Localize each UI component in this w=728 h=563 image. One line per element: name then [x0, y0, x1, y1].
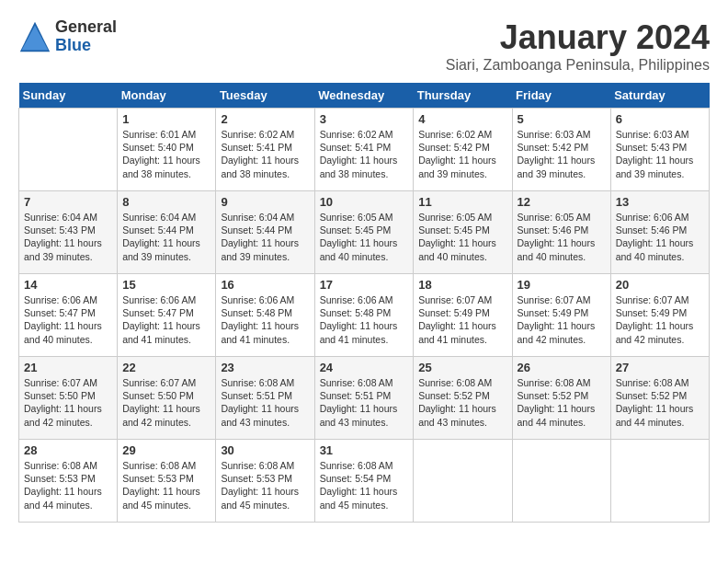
- day-info: Sunrise: 6:06 AM Sunset: 5:47 PM Dayligh…: [24, 293, 112, 346]
- day-info: Sunrise: 6:02 AM Sunset: 5:41 PM Dayligh…: [221, 128, 309, 180]
- calendar-cell: 22Sunrise: 6:07 AM Sunset: 5:50 PM Dayli…: [118, 357, 216, 440]
- day-number: 11: [418, 195, 506, 209]
- day-info: Sunrise: 6:05 AM Sunset: 5:45 PM Dayligh…: [418, 211, 506, 263]
- day-info: Sunrise: 6:08 AM Sunset: 5:53 PM Dayligh…: [24, 459, 112, 511]
- calendar-cell: 18Sunrise: 6:07 AM Sunset: 5:49 PM Dayli…: [414, 274, 512, 357]
- calendar-cell: 29Sunrise: 6:08 AM Sunset: 5:53 PM Dayli…: [118, 440, 216, 523]
- day-info: Sunrise: 6:08 AM Sunset: 5:53 PM Dayligh…: [221, 459, 309, 511]
- day-info: Sunrise: 6:01 AM Sunset: 5:40 PM Dayligh…: [122, 128, 210, 180]
- calendar-cell: 23Sunrise: 6:08 AM Sunset: 5:51 PM Dayli…: [216, 357, 314, 440]
- day-number: 22: [122, 361, 210, 374]
- calendar-cell: [19, 109, 118, 191]
- calendar-cell: 16Sunrise: 6:06 AM Sunset: 5:48 PM Dayli…: [216, 274, 314, 357]
- day-number: 21: [24, 361, 112, 374]
- day-number: 25: [418, 361, 506, 374]
- logo: General Blue: [18, 18, 117, 55]
- calendar-cell: 20Sunrise: 6:07 AM Sunset: 5:49 PM Dayli…: [610, 274, 709, 357]
- day-number: 23: [221, 361, 309, 374]
- calendar-cell: 25Sunrise: 6:08 AM Sunset: 5:52 PM Dayli…: [414, 357, 512, 440]
- day-number: 4: [418, 112, 506, 126]
- day-info: Sunrise: 6:07 AM Sunset: 5:49 PM Dayligh…: [616, 293, 704, 346]
- day-info: Sunrise: 6:07 AM Sunset: 5:50 PM Dayligh…: [24, 376, 112, 429]
- day-number: 24: [320, 361, 409, 374]
- calendar-cell: 26Sunrise: 6:08 AM Sunset: 5:52 PM Dayli…: [512, 357, 610, 440]
- calendar-cell: 14Sunrise: 6:06 AM Sunset: 5:47 PM Dayli…: [19, 274, 118, 357]
- calendar-cell: 15Sunrise: 6:06 AM Sunset: 5:47 PM Dayli…: [118, 274, 216, 357]
- day-number: 20: [616, 278, 704, 292]
- calendar-cell: 19Sunrise: 6:07 AM Sunset: 5:49 PM Dayli…: [512, 274, 610, 357]
- calendar-cell: 12Sunrise: 6:05 AM Sunset: 5:46 PM Dayli…: [512, 191, 610, 274]
- day-number: 26: [518, 361, 606, 374]
- calendar-subtitle: Siari, Zamboanga Peninsula, Philippines: [446, 57, 710, 74]
- day-info: Sunrise: 6:02 AM Sunset: 5:42 PM Dayligh…: [418, 128, 506, 180]
- day-number: 19: [518, 278, 606, 292]
- title-block: January 2024 Siari, Zamboanga Peninsula,…: [446, 18, 710, 74]
- day-number: 17: [320, 278, 409, 292]
- calendar-cell: [414, 440, 512, 523]
- day-number: 7: [24, 195, 112, 209]
- calendar-week-row: 7Sunrise: 6:04 AM Sunset: 5:43 PM Daylig…: [19, 191, 710, 274]
- calendar-table: SundayMondayTuesdayWednesdayThursdayFrid…: [18, 83, 710, 523]
- day-info: Sunrise: 6:06 AM Sunset: 5:48 PM Dayligh…: [221, 293, 309, 346]
- day-info: Sunrise: 6:08 AM Sunset: 5:52 PM Dayligh…: [418, 376, 506, 429]
- day-number: 10: [320, 195, 409, 209]
- calendar-week-row: 21Sunrise: 6:07 AM Sunset: 5:50 PM Dayli…: [19, 357, 710, 440]
- day-info: Sunrise: 6:08 AM Sunset: 5:51 PM Dayligh…: [320, 376, 409, 429]
- day-number: 29: [122, 443, 210, 457]
- day-info: Sunrise: 6:05 AM Sunset: 5:46 PM Dayligh…: [518, 211, 606, 263]
- day-info: Sunrise: 6:04 AM Sunset: 5:44 PM Dayligh…: [221, 211, 309, 263]
- day-info: Sunrise: 6:04 AM Sunset: 5:44 PM Dayligh…: [122, 211, 210, 263]
- calendar-cell: [610, 440, 709, 523]
- day-info: Sunrise: 6:03 AM Sunset: 5:42 PM Dayligh…: [518, 128, 606, 180]
- calendar-cell: 13Sunrise: 6:06 AM Sunset: 5:46 PM Dayli…: [610, 191, 709, 274]
- day-info: Sunrise: 6:08 AM Sunset: 5:54 PM Dayligh…: [320, 459, 409, 511]
- day-info: Sunrise: 6:06 AM Sunset: 5:47 PM Dayligh…: [122, 293, 210, 346]
- calendar-cell: 9Sunrise: 6:04 AM Sunset: 5:44 PM Daylig…: [216, 191, 314, 274]
- day-info: Sunrise: 6:07 AM Sunset: 5:49 PM Dayligh…: [518, 293, 606, 346]
- calendar-cell: 8Sunrise: 6:04 AM Sunset: 5:44 PM Daylig…: [118, 191, 216, 274]
- day-info: Sunrise: 6:07 AM Sunset: 5:50 PM Dayligh…: [122, 376, 210, 429]
- calendar-cell: 27Sunrise: 6:08 AM Sunset: 5:52 PM Dayli…: [610, 357, 709, 440]
- calendar-week-row: 14Sunrise: 6:06 AM Sunset: 5:47 PM Dayli…: [19, 274, 710, 357]
- calendar-cell: 10Sunrise: 6:05 AM Sunset: 5:45 PM Dayli…: [314, 191, 414, 274]
- day-info: Sunrise: 6:08 AM Sunset: 5:52 PM Dayligh…: [518, 376, 606, 429]
- calendar-cell: 21Sunrise: 6:07 AM Sunset: 5:50 PM Dayli…: [19, 357, 118, 440]
- day-number: 3: [320, 112, 409, 126]
- day-info: Sunrise: 6:08 AM Sunset: 5:53 PM Dayligh…: [122, 459, 210, 511]
- weekday-header: Wednesday: [314, 83, 414, 109]
- calendar-cell: 11Sunrise: 6:05 AM Sunset: 5:45 PM Dayli…: [414, 191, 512, 274]
- day-info: Sunrise: 6:02 AM Sunset: 5:41 PM Dayligh…: [320, 128, 409, 180]
- weekday-header: Tuesday: [216, 83, 314, 109]
- day-info: Sunrise: 6:05 AM Sunset: 5:45 PM Dayligh…: [320, 211, 409, 263]
- day-number: 31: [320, 443, 409, 457]
- calendar-cell: 7Sunrise: 6:04 AM Sunset: 5:43 PM Daylig…: [19, 191, 118, 274]
- logo-text: General Blue: [55, 18, 117, 55]
- page-header: General Blue January 2024 Siari, Zamboan…: [18, 18, 710, 74]
- day-number: 30: [221, 443, 309, 457]
- day-number: 28: [24, 443, 112, 457]
- logo-blue: Blue: [55, 36, 91, 54]
- calendar-cell: 5Sunrise: 6:03 AM Sunset: 5:42 PM Daylig…: [512, 109, 610, 191]
- day-info: Sunrise: 6:08 AM Sunset: 5:52 PM Dayligh…: [616, 376, 704, 429]
- weekday-header: Saturday: [610, 83, 709, 109]
- calendar-week-row: 28Sunrise: 6:08 AM Sunset: 5:53 PM Dayli…: [19, 440, 710, 523]
- day-number: 5: [518, 112, 606, 126]
- day-number: 13: [616, 195, 704, 209]
- calendar-cell: [512, 440, 610, 523]
- day-info: Sunrise: 6:06 AM Sunset: 5:48 PM Dayligh…: [320, 293, 409, 346]
- day-number: 15: [122, 278, 210, 292]
- day-number: 14: [24, 278, 112, 292]
- calendar-cell: 28Sunrise: 6:08 AM Sunset: 5:53 PM Dayli…: [19, 440, 118, 523]
- day-number: 18: [418, 278, 506, 292]
- day-number: 9: [221, 195, 309, 209]
- calendar-cell: 4Sunrise: 6:02 AM Sunset: 5:42 PM Daylig…: [414, 109, 512, 191]
- day-number: 6: [616, 112, 704, 126]
- day-number: 8: [122, 195, 210, 209]
- calendar-cell: 3Sunrise: 6:02 AM Sunset: 5:41 PM Daylig…: [314, 109, 414, 191]
- calendar-week-row: 1Sunrise: 6:01 AM Sunset: 5:40 PM Daylig…: [19, 109, 710, 191]
- day-number: 12: [518, 195, 606, 209]
- calendar-cell: 17Sunrise: 6:06 AM Sunset: 5:48 PM Dayli…: [314, 274, 414, 357]
- weekday-header: Monday: [118, 83, 216, 109]
- day-info: Sunrise: 6:07 AM Sunset: 5:49 PM Dayligh…: [418, 293, 506, 346]
- day-number: 1: [122, 112, 210, 126]
